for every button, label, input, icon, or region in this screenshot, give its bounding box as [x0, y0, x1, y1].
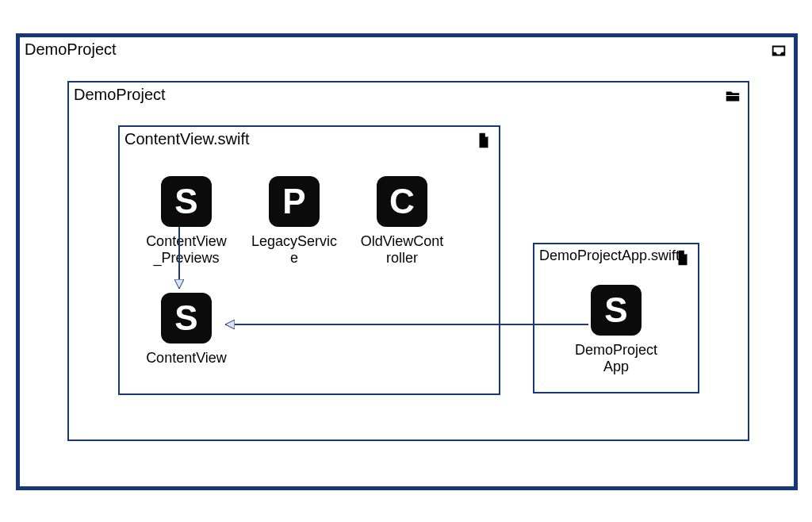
file-icon	[475, 132, 492, 152]
node-label-contentview: ContentView	[143, 350, 230, 367]
protocol-node-legacy[interactable]: P	[269, 176, 320, 227]
struct-node-app[interactable]: S	[591, 285, 642, 336]
file-title-contentview: ContentView.swift	[124, 130, 250, 148]
struct-node-contentview[interactable]: S	[161, 293, 212, 344]
node-label-previews: ContentView_Previews	[143, 233, 230, 266]
file-icon	[674, 249, 691, 270]
diagram-canvas: DemoProject DemoProject ContentView.swif…	[0, 0, 812, 522]
project-title: DemoProject	[25, 40, 117, 59]
node-label-legacy: LegacyService	[251, 233, 338, 266]
struct-node-previews[interactable]: S	[161, 176, 212, 227]
inbox-icon	[770, 42, 787, 63]
class-node-oldvc[interactable]: C	[377, 176, 427, 227]
node-label-oldvc: OldViewController	[358, 233, 446, 266]
folder-title: DemoProject	[74, 86, 166, 104]
node-label-app: DemoProjectApp	[573, 342, 660, 374]
file-title-app: DemoProjectApp.swift	[539, 248, 680, 264]
folder-icon	[724, 87, 741, 108]
